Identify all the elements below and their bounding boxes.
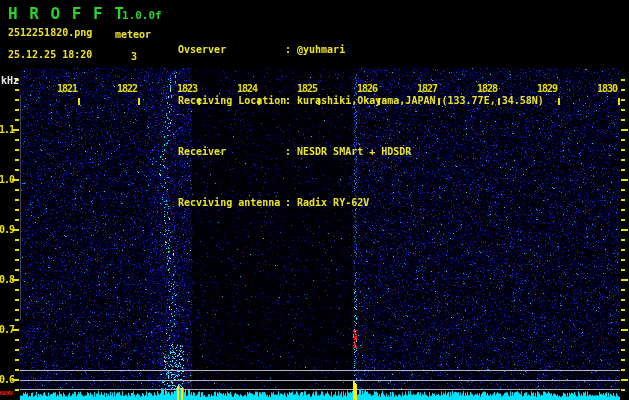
time-tick-label: 1822 bbox=[114, 84, 140, 94]
info-value: NESDR SMArt + HDSDR bbox=[297, 145, 411, 158]
info-row-receiver: Receiver : NESDR SMArt + HDSDR bbox=[178, 145, 544, 158]
info-colon: : bbox=[285, 196, 297, 209]
info-colon: : bbox=[285, 43, 297, 56]
info-row-location: Receiving Location : kurashiki,Okayama,J… bbox=[178, 94, 544, 107]
time-tick-label: 1828 bbox=[474, 84, 500, 94]
freq-tick-label: 0.6 bbox=[0, 375, 13, 385]
info-label: Ovserver bbox=[178, 43, 285, 56]
time-tick-label: 1823 bbox=[174, 84, 200, 94]
freq-tick-label: 0.7 bbox=[0, 325, 13, 335]
freq-tick-label: 1.0 bbox=[0, 175, 13, 185]
echo-counter: 3 bbox=[131, 51, 137, 62]
time-tick-label: 1821 bbox=[54, 84, 80, 94]
info-value: kurashiki,Okayama,JAPAN (133.77E, 34.58N… bbox=[297, 94, 544, 107]
datetime-label: 25.12.25 18:20 bbox=[8, 49, 92, 60]
info-label: Receiving Location bbox=[178, 94, 285, 107]
station-info-block: Ovserver : @yuhmari Receiving Location :… bbox=[178, 5, 544, 247]
app-version: 1.0.0f bbox=[122, 9, 162, 22]
time-tick-label: 1827 bbox=[414, 84, 440, 94]
time-tick-label: 1829 bbox=[534, 84, 560, 94]
info-row-antenna: Recviving antenna : Radix RY-62V bbox=[178, 196, 544, 209]
frequency-axis-unit: kHz bbox=[1, 75, 19, 86]
info-row-observer: Ovserver : @yuhmari bbox=[178, 43, 544, 56]
hrofft-window: H R O F F T 1.0.0f 2512251820.png meteor… bbox=[0, 0, 629, 400]
time-tick-label: 1825 bbox=[294, 84, 320, 94]
mode-label: meteor bbox=[115, 29, 151, 40]
info-value: @yuhmari bbox=[297, 43, 345, 56]
freq-tick-label: 1.1 bbox=[0, 125, 13, 135]
info-value: Radix RY-62V bbox=[297, 196, 369, 209]
info-colon: : bbox=[285, 94, 297, 107]
info-label: Receiver bbox=[178, 145, 285, 158]
time-tick-label: 1826 bbox=[354, 84, 380, 94]
app-title: H R O F F T bbox=[8, 4, 125, 23]
freq-tick-label: 0.8 bbox=[0, 275, 13, 285]
freq-tick-label: 0.9 bbox=[0, 225, 13, 235]
time-tick-label: 1824 bbox=[234, 84, 260, 94]
output-filename: 2512251820.png bbox=[8, 27, 92, 38]
info-colon: : bbox=[285, 145, 297, 158]
info-label: Recviving antenna bbox=[178, 196, 285, 209]
time-tick-label: 1830 bbox=[594, 84, 620, 94]
